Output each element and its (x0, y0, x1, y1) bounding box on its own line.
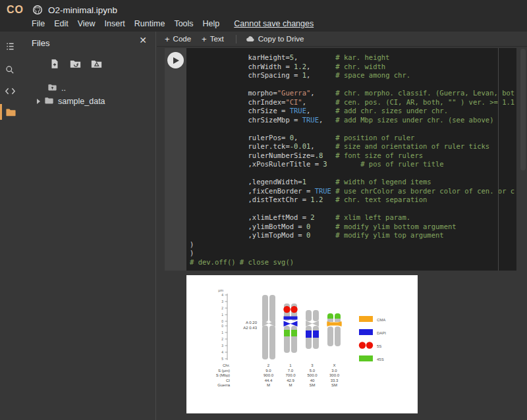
dapi-band (284, 317, 298, 320)
five-s-signal (283, 306, 290, 313)
menu-runtime[interactable]: Runtime (134, 19, 165, 28)
notebook-toolbar: + Code + Text Copy to Drive (157, 32, 527, 47)
dapi-band (306, 330, 312, 338)
plot-annotation: A 0.20 (246, 321, 258, 325)
plus-icon: + (165, 36, 170, 43)
search-icon[interactable] (0, 62, 20, 78)
svg-text:3.0: 3.0 (331, 369, 337, 373)
svg-text:900.0: 900.0 (264, 373, 274, 377)
plot-annotation: A2 0.43 (243, 326, 257, 330)
cell-gutter (165, 48, 186, 271)
close-icon[interactable]: ✕ (139, 36, 147, 45)
ruler-unit-label: µm (218, 288, 223, 292)
cloud-drive-icon (246, 35, 255, 43)
svg-text:40: 40 (310, 379, 315, 382)
table-of-contents-icon[interactable] (0, 38, 20, 54)
svg-text:3: 3 (221, 300, 223, 303)
menu-tools[interactable]: Tools (174, 19, 193, 28)
menu-view[interactable]: View (78, 19, 96, 28)
svg-text:M: M (289, 383, 292, 387)
colab-logo[interactable]: CO (7, 4, 30, 16)
svg-text:S (Mbp): S (Mbp) (216, 373, 230, 377)
app-header: CO O2-minimal.ipynb File Edit View Inser… (0, 0, 527, 32)
svg-text:42.9: 42.9 (287, 379, 294, 382)
svg-text:X: X (333, 363, 335, 367)
svg-text:Chr.: Chr. (223, 363, 230, 367)
chromosome-x (327, 313, 342, 346)
forty-five-s-band (284, 330, 290, 336)
files-panel-title: Files (32, 38, 49, 48)
svg-text:4: 4 (221, 350, 223, 354)
chromosome-3 (306, 310, 319, 349)
svg-text:SM: SM (331, 383, 337, 387)
plot-table: Chr.213XS (µm)9.07.05.03.0S (Mbp)900.070… (216, 363, 340, 387)
menu-bar: File Edit View Insert Runtime Tools Help… (32, 19, 314, 28)
run-cell-button[interactable] (167, 52, 184, 68)
cell-output-plot: µm 43210012345 A 0.20 A2 0.43 (186, 275, 418, 413)
code-editor[interactable]: karHeight=5, # kar. height chrWidth = 1.… (186, 48, 516, 271)
svg-text:1: 1 (221, 313, 223, 317)
notebook-title[interactable]: O2-minimal.ipynb (48, 5, 117, 15)
svg-text:300.0: 300.0 (329, 373, 340, 377)
dapi-band (284, 321, 298, 327)
chromosome-2 (262, 295, 275, 359)
svg-text:CMA: CMA (377, 318, 385, 322)
tree-item-label: sample_data (58, 97, 105, 106)
svg-text:700.0: 700.0 (285, 373, 296, 377)
dapi-band (313, 330, 319, 338)
svg-text:500.0: 500.0 (307, 373, 318, 377)
svg-text:S (µm): S (µm) (218, 369, 230, 373)
svg-text:0: 0 (221, 324, 223, 328)
svg-text:1: 1 (289, 363, 292, 367)
notebook-scrollbar-thumb[interactable] (520, 49, 526, 171)
cma-band (327, 323, 342, 326)
plot-ruler: 43210012345 (221, 293, 227, 361)
folder-icon (44, 96, 54, 107)
svg-text:2: 2 (221, 306, 223, 310)
tree-item-parent-dir[interactable]: .. (20, 82, 156, 95)
files-icon[interactable] (0, 104, 20, 120)
file-tree: .. sample_data (20, 82, 156, 108)
svg-text:2: 2 (221, 337, 223, 341)
idiogram-figure: µm 43210012345 A 0.20 A2 0.43 (186, 275, 418, 413)
github-icon[interactable] (32, 5, 43, 15)
svg-text:44.4: 44.4 (265, 379, 273, 382)
menu-help[interactable]: Help (203, 19, 220, 28)
menu-file[interactable]: File (32, 19, 45, 28)
expand-chevron-icon[interactable] (37, 99, 40, 104)
tree-item-label: .. (61, 84, 66, 93)
refresh-folder-icon[interactable] (69, 58, 82, 72)
svg-text:1: 1 (221, 330, 223, 334)
save-status-link[interactable]: Cannot save changes (234, 19, 314, 28)
left-sidebar: Files ✕ .. (0, 32, 156, 420)
svg-text:45S: 45S (377, 357, 384, 361)
copy-to-drive-button[interactable]: Copy to Drive (246, 35, 304, 43)
svg-text:Guerra: Guerra (217, 383, 230, 387)
add-text-button[interactable]: + Text (202, 35, 224, 43)
svg-text:5.0: 5.0 (310, 369, 316, 373)
svg-text:5S: 5S (377, 344, 381, 348)
files-actions (49, 58, 156, 72)
svg-text:2: 2 (267, 363, 270, 367)
menu-edit[interactable]: Edit (54, 19, 69, 28)
upload-file-icon[interactable] (49, 58, 61, 72)
five-s-signal (291, 306, 297, 313)
svg-text:5: 5 (221, 357, 223, 361)
svg-text:3: 3 (221, 344, 223, 348)
plus-icon: + (202, 36, 207, 43)
svg-text:9.0: 9.0 (265, 369, 271, 373)
add-code-button[interactable]: + Code (165, 35, 191, 43)
svg-text:4: 4 (221, 293, 223, 297)
code-cell: karHeight=5, # kar. height chrWidth = 1.… (165, 48, 516, 271)
code-snippets-icon[interactable] (0, 83, 20, 99)
editor-scrollbar[interactable] (498, 48, 499, 271)
tree-item-sample-data[interactable]: sample_data (20, 95, 156, 108)
mount-drive-icon[interactable] (90, 58, 103, 72)
folder-up-icon (47, 83, 57, 93)
notebook-area: + Code + Text Copy to Drive karHeight=5,… (157, 32, 527, 420)
toolbar-separator (236, 35, 236, 43)
menu-insert[interactable]: Insert (105, 19, 125, 28)
chromosome-1 (283, 303, 297, 353)
svg-text:M: M (267, 383, 270, 387)
plot-legend: CMADAPI5S45S (359, 316, 387, 361)
